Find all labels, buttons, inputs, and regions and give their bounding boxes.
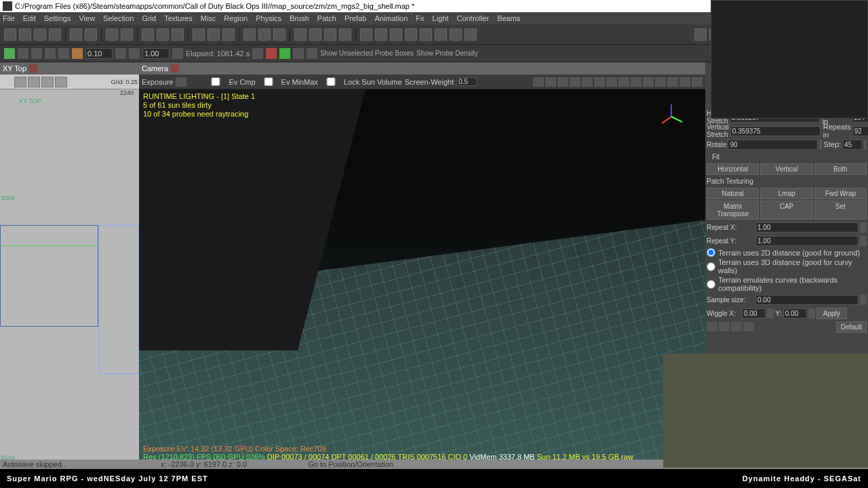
wiggle-x-input[interactable] bbox=[742, 308, 766, 319]
sample-size-input[interactable] bbox=[755, 295, 859, 305]
lock-icon[interactable] bbox=[176, 77, 186, 87]
repeat-x-input[interactable] bbox=[755, 222, 859, 232]
menu-light[interactable]: Light bbox=[433, 14, 449, 22]
cam-btn[interactable] bbox=[692, 77, 703, 87]
default-button[interactable]: Default bbox=[836, 321, 867, 333]
wiggle-y-input[interactable] bbox=[783, 308, 807, 319]
xy-ctrl-btn[interactable] bbox=[55, 77, 67, 87]
menu-prefab[interactable]: Prefab bbox=[344, 14, 366, 22]
time-input-1[interactable] bbox=[85, 48, 113, 59]
toolbar-btn[interactable] bbox=[72, 48, 83, 59]
fit-horizontal-button[interactable]: Horizontal bbox=[707, 163, 759, 175]
menu-physics[interactable]: Physics bbox=[256, 14, 281, 22]
repeats-v-input[interactable] bbox=[852, 126, 868, 136]
xy-ctrl-btn[interactable] bbox=[28, 77, 40, 87]
cam-btn[interactable] bbox=[667, 77, 678, 87]
time-input-2[interactable] bbox=[142, 48, 170, 59]
toolbar-btn[interactable] bbox=[435, 28, 447, 41]
toolbar-btn[interactable] bbox=[49, 28, 61, 41]
cam-btn[interactable] bbox=[606, 77, 617, 87]
toolbar-btn[interactable] bbox=[307, 48, 317, 59]
menu-region[interactable]: Region bbox=[224, 14, 248, 22]
xy-ctrl-btn[interactable] bbox=[14, 77, 26, 87]
menu-file[interactable]: File bbox=[3, 14, 15, 22]
spinner[interactable] bbox=[860, 222, 867, 232]
toolbar-btn[interactable] bbox=[252, 48, 263, 59]
vert-stretch-input[interactable] bbox=[730, 126, 821, 136]
axis-gizmo[interactable] bbox=[658, 103, 685, 130]
toolbar-btn[interactable] bbox=[142, 28, 154, 41]
cam-btn[interactable] bbox=[679, 77, 690, 87]
toolbar-btn[interactable] bbox=[129, 48, 140, 59]
prop-btn[interactable] bbox=[707, 322, 717, 331]
cam-btn[interactable] bbox=[570, 77, 580, 87]
play-icon[interactable] bbox=[31, 48, 42, 59]
toolbar-btn[interactable] bbox=[309, 28, 321, 41]
menu-settings[interactable]: Settings bbox=[44, 14, 71, 22]
toolbar-btn[interactable] bbox=[405, 28, 417, 41]
prop-btn[interactable] bbox=[719, 322, 730, 331]
spinner[interactable] bbox=[767, 308, 774, 319]
camera-tab[interactable]: Camera bbox=[139, 62, 705, 75]
cam-btn[interactable] bbox=[533, 77, 544, 87]
toolbar-btn[interactable] bbox=[339, 28, 351, 41]
toolbar-btn[interactable] bbox=[390, 28, 402, 41]
terrain-3d-radio[interactable] bbox=[707, 262, 715, 271]
toolbar-btn[interactable] bbox=[222, 28, 235, 41]
cam-btn[interactable] bbox=[545, 77, 556, 87]
toolbar-btn[interactable] bbox=[450, 28, 462, 41]
toolbar-btn[interactable] bbox=[34, 28, 46, 41]
prop-btn[interactable] bbox=[743, 322, 754, 331]
menu-controller[interactable]: Controller bbox=[456, 14, 489, 22]
menu-edit[interactable]: Edit bbox=[23, 14, 36, 22]
spinner[interactable] bbox=[819, 140, 822, 150]
set-button[interactable]: Set bbox=[814, 201, 867, 220]
toolbar-btn[interactable] bbox=[19, 28, 31, 41]
apply-button[interactable]: Apply bbox=[816, 308, 847, 319]
toolbar-btn[interactable] bbox=[157, 28, 169, 41]
step-input[interactable] bbox=[842, 140, 863, 150]
lock-sun-check[interactable] bbox=[321, 77, 341, 86]
rotate-input[interactable] bbox=[728, 140, 818, 150]
toolbar-btn[interactable] bbox=[258, 28, 271, 41]
toolbar-btn[interactable] bbox=[193, 28, 205, 41]
menu-selection[interactable]: Selection bbox=[103, 14, 134, 22]
show-unselected-label[interactable]: Show Unselected Probe Boxes bbox=[320, 49, 414, 57]
toolbar-btn[interactable] bbox=[420, 28, 432, 41]
record-icon[interactable] bbox=[266, 48, 277, 59]
pause-icon[interactable] bbox=[4, 48, 15, 59]
cam-btn[interactable] bbox=[618, 77, 629, 87]
menu-grid[interactable]: Grid bbox=[142, 14, 156, 22]
toolbar-btn[interactable] bbox=[279, 48, 290, 59]
toolbar-btn[interactable] bbox=[172, 48, 183, 59]
toolbar-btn[interactable] bbox=[121, 28, 133, 41]
toolbar-btn[interactable] bbox=[106, 28, 118, 41]
toolbar-btn[interactable] bbox=[4, 28, 16, 41]
spinner[interactable] bbox=[808, 308, 815, 319]
cam-btn[interactable] bbox=[594, 77, 605, 87]
toolbar-btn[interactable] bbox=[465, 28, 477, 41]
ev-minmax-check[interactable] bbox=[258, 77, 279, 86]
menu-brush[interactable]: Brush bbox=[290, 14, 309, 22]
prop-btn[interactable] bbox=[731, 322, 742, 331]
cam-btn[interactable] bbox=[655, 77, 666, 87]
fwd-wrap-button[interactable]: Fwd Wrap bbox=[814, 188, 867, 199]
toolbar-btn[interactable] bbox=[208, 28, 220, 41]
toolbar-btn[interactable] bbox=[70, 28, 82, 41]
fit-both-button[interactable]: Both bbox=[814, 163, 867, 175]
toolbar-btn[interactable] bbox=[85, 28, 97, 41]
menu-misc[interactable]: Misc bbox=[201, 14, 216, 22]
toolbar-btn[interactable] bbox=[375, 28, 387, 41]
menu-fx[interactable]: Fx bbox=[416, 14, 424, 22]
terrain-em-radio[interactable] bbox=[707, 280, 715, 289]
3d-viewport[interactable]: RUNTIME LIGHTING - [1] State 1 5 of 61 s… bbox=[139, 89, 705, 462]
toolbar-btn[interactable] bbox=[294, 28, 307, 41]
natural-button[interactable]: Natural bbox=[707, 188, 759, 199]
close-icon[interactable] bbox=[29, 64, 37, 73]
cam-btn[interactable] bbox=[557, 77, 568, 87]
close-icon[interactable] bbox=[171, 64, 179, 73]
toolbar-btn[interactable] bbox=[243, 28, 256, 41]
cam-btn[interactable] bbox=[643, 77, 654, 87]
menu-view[interactable]: View bbox=[79, 14, 95, 22]
menu-animation[interactable]: Animation bbox=[374, 14, 408, 22]
